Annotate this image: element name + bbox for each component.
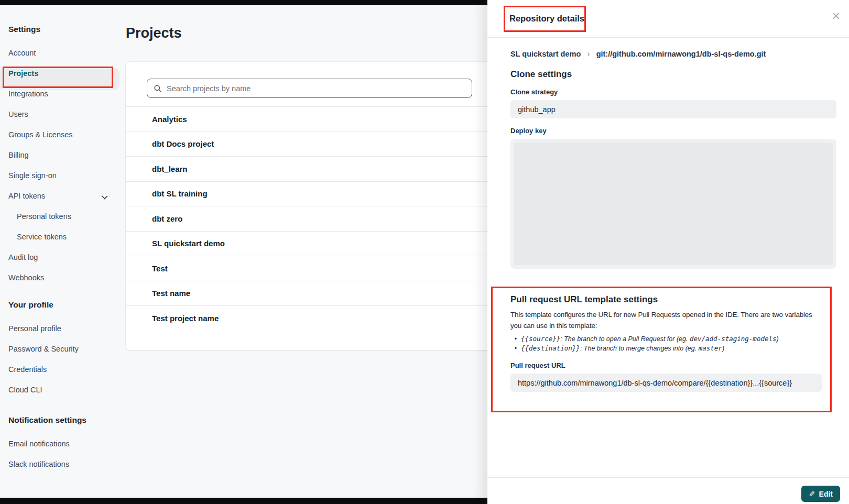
sidebar-item-billing[interactable]: Billing xyxy=(0,145,121,166)
breadcrumb-chevron-icon: › xyxy=(587,49,590,59)
breadcrumb-repo-url: git://github.com/mirnawong1/db-sl-qs-dem… xyxy=(596,50,766,58)
pull-request-url-field: https://github.com/mirnawong1/db-sl-qs-d… xyxy=(510,374,822,392)
clone-settings-heading: Clone settings xyxy=(510,69,836,80)
drawer-footer: ✎ Edit xyxy=(487,477,849,504)
search-projects-box[interactable] xyxy=(147,79,472,98)
deploy-key-label: Deploy key xyxy=(510,127,836,135)
sidebar-item-api-tokens[interactable]: API tokens xyxy=(0,186,121,206)
sidebar-item-webhooks[interactable]: Webhooks xyxy=(0,268,121,288)
drawer-title: Repository details xyxy=(509,14,584,24)
deploy-key-redacted-content xyxy=(514,143,833,265)
search-input[interactable] xyxy=(167,84,465,93)
sidebar-item-email-notifications[interactable]: Email notifications xyxy=(0,434,121,454)
sidebar-item-groups-licenses[interactable]: Groups & Licenses xyxy=(0,125,121,145)
sidebar-item-slack-notifications[interactable]: Slack notifications xyxy=(0,454,121,475)
sidebar-item-cloud-cli[interactable]: Cloud CLI xyxy=(0,380,121,400)
edit-button[interactable]: ✎ Edit xyxy=(801,486,840,502)
bullet-icon: • xyxy=(510,335,521,344)
sidebar-section-notification-settings: Notification settings xyxy=(0,414,121,426)
breadcrumb-project[interactable]: SL quickstart demo xyxy=(510,50,581,58)
page-title: Projects xyxy=(126,25,182,41)
pr-template-variables: • {{source}}: The branch to open a Pull … xyxy=(510,334,822,353)
bullet-icon: • xyxy=(510,344,521,353)
clone-strategy-field: github_app xyxy=(510,100,836,118)
pencil-icon: ✎ xyxy=(809,490,815,498)
sidebar-item-password-security[interactable]: Password & Security xyxy=(0,339,121,359)
pull-request-template-section: Pull request URL template settings This … xyxy=(491,287,832,412)
sidebar-item-personal-tokens[interactable]: Personal tokens xyxy=(0,206,121,227)
sidebar-section-settings: Settings xyxy=(0,23,121,36)
pr-template-description: This template configures the URL for new… xyxy=(510,309,822,331)
pr-variable-source: • {{source}}: The branch to open a Pull … xyxy=(510,334,822,344)
deploy-key-field xyxy=(510,139,836,269)
repository-details-drawer: Repository details ✕ SL quickstart demo … xyxy=(487,0,849,504)
settings-sidebar: Settings Account Projects Integrations U… xyxy=(0,5,121,498)
clone-strategy-label: Clone strategy xyxy=(510,88,836,96)
breadcrumb: SL quickstart demo › git://github.com/mi… xyxy=(510,49,836,59)
sidebar-item-account[interactable]: Account xyxy=(0,43,121,63)
sidebar-item-users[interactable]: Users xyxy=(0,104,121,125)
sidebar-item-personal-profile[interactable]: Personal profile xyxy=(0,319,121,339)
sidebar-item-service-tokens[interactable]: Service tokens xyxy=(0,227,121,247)
chevron-down-icon xyxy=(101,193,107,199)
drawer-header: Repository details ✕ xyxy=(487,0,849,38)
drawer-body: SL quickstart demo › git://github.com/mi… xyxy=(487,38,849,412)
pr-template-heading: Pull request URL template settings xyxy=(510,294,822,305)
sidebar-section-your-profile: Your profile xyxy=(0,299,121,311)
pull-request-url-label: Pull request URL xyxy=(510,361,822,369)
sidebar-item-audit-log[interactable]: Audit log xyxy=(0,247,121,268)
sidebar-item-projects[interactable]: Projects xyxy=(0,63,121,84)
sidebar-item-integrations[interactable]: Integrations xyxy=(0,84,121,104)
search-icon xyxy=(154,84,162,93)
sidebar-item-credentials[interactable]: Credentials xyxy=(0,359,121,380)
sidebar-item-single-sign-on[interactable]: Single sign-on xyxy=(0,166,121,186)
close-icon[interactable]: ✕ xyxy=(831,10,841,21)
pr-variable-destination: • {{destination}}: The branch to merge c… xyxy=(510,344,822,353)
